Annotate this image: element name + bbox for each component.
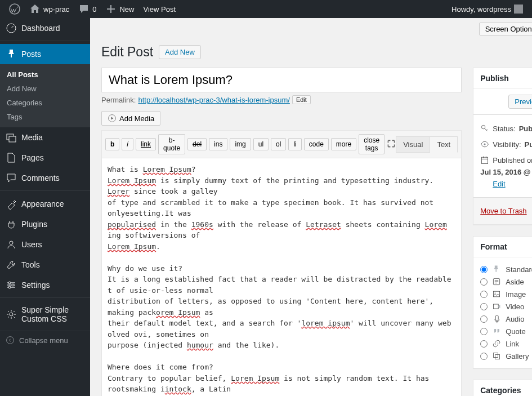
post-editor: b i link b-quote del ins img ul ol li co… xyxy=(101,130,462,396)
site-name-link[interactable]: wp-prac xyxy=(25,0,74,18)
tab-visual[interactable]: Visual xyxy=(396,136,430,153)
format-radio[interactable] xyxy=(480,303,488,310)
post-title-input[interactable] xyxy=(101,68,462,92)
menu-pages[interactable]: Pages xyxy=(0,148,90,168)
format-option-audio[interactable]: Audio xyxy=(480,313,532,325)
svg-point-15 xyxy=(484,143,486,145)
edit-date-link[interactable]: Edit xyxy=(493,180,532,188)
submenu-categories[interactable]: Categories xyxy=(0,96,90,110)
svg-point-4 xyxy=(10,241,13,244)
pin-icon xyxy=(6,48,17,60)
permalink-link[interactable]: http://localhost/wp-prac-3/what-is-lorem… xyxy=(138,96,290,104)
svg-rect-18 xyxy=(494,291,500,297)
svg-point-9 xyxy=(12,284,14,286)
wordpress-icon xyxy=(9,3,20,15)
format-radio[interactable] xyxy=(480,328,488,335)
format-option-standard[interactable]: Standard xyxy=(480,263,532,275)
categories-box: Categories ▲ All Categories Most Used Un… xyxy=(473,380,532,396)
avatar xyxy=(514,5,523,14)
menu-appearance[interactable]: Appearance xyxy=(0,194,90,214)
submenu-all-posts[interactable]: All Posts xyxy=(0,68,90,82)
menu-comments[interactable]: Comments xyxy=(0,168,90,188)
menu-settings[interactable]: Settings xyxy=(0,275,90,295)
qt-ol[interactable]: ol xyxy=(271,138,286,150)
format-radio[interactable] xyxy=(480,315,488,323)
add-new-button[interactable]: Add New xyxy=(159,45,201,59)
format-option-video[interactable]: Video xyxy=(480,300,532,313)
menu-users[interactable]: Users xyxy=(0,234,90,255)
menu-custom-css[interactable]: Super Simple Custom CSS xyxy=(0,301,90,328)
svg-rect-22 xyxy=(495,355,500,359)
menu-dashboard[interactable]: Dashboard xyxy=(0,18,90,38)
link-icon xyxy=(492,339,501,348)
qt-italic[interactable]: i xyxy=(122,138,133,150)
key-icon xyxy=(480,124,489,133)
publish-box: Publish ▲ Preview Changes Status: Publis… xyxy=(473,68,532,225)
svg-point-8 xyxy=(8,282,11,284)
format-radio[interactable] xyxy=(480,340,488,348)
published-value: Jul 15, 2016 @ 14:37 xyxy=(480,168,532,176)
status-value: Published xyxy=(519,124,532,133)
qt-ul[interactable]: ul xyxy=(253,138,269,150)
format-radio[interactable] xyxy=(480,291,488,298)
my-account-link[interactable]: Howdy, wordpress xyxy=(447,0,527,18)
format-radio[interactable] xyxy=(480,278,488,286)
visibility-value: Public xyxy=(525,140,532,149)
appearance-icon xyxy=(6,198,17,210)
qt-img[interactable]: img xyxy=(230,138,251,150)
trash-link[interactable]: Move to Trash xyxy=(480,207,526,215)
menu-posts[interactable]: Posts xyxy=(0,44,90,64)
comments-count: 0 xyxy=(92,5,96,14)
audio-icon xyxy=(492,314,501,323)
menu-media[interactable]: Media xyxy=(0,127,90,148)
published-label: Published on: xyxy=(493,156,532,164)
post-content-textarea[interactable]: What is Lorem Ipsum?Lorem Ipsum is simpl… xyxy=(102,158,461,396)
qt-bold[interactable]: b xyxy=(105,138,119,150)
new-content-link[interactable]: New xyxy=(101,0,138,18)
format-title: Format xyxy=(480,242,507,251)
qt-code[interactable]: code xyxy=(304,138,329,150)
aside-icon xyxy=(492,277,501,286)
collapse-menu[interactable]: Collapse menu xyxy=(0,331,90,349)
add-media-button[interactable]: Add Media xyxy=(101,111,160,126)
comments-link[interactable]: 0 xyxy=(74,0,101,18)
format-label: Aside xyxy=(506,278,524,286)
qt-more[interactable]: more xyxy=(331,138,356,150)
fullscreen-icon xyxy=(387,139,396,148)
qt-li[interactable]: li xyxy=(288,138,301,150)
qt-del[interactable]: del xyxy=(187,138,207,150)
format-radio[interactable] xyxy=(480,353,488,360)
qt-blockquote[interactable]: b-quote xyxy=(158,134,185,154)
svg-rect-3 xyxy=(9,136,16,142)
submenu-add-new[interactable]: Add New xyxy=(0,82,90,96)
tab-text[interactable]: Text xyxy=(430,136,458,153)
site-name: wp-prac xyxy=(43,5,69,14)
format-option-quote[interactable]: Quote xyxy=(480,325,532,337)
format-option-image[interactable]: Image xyxy=(480,288,532,300)
format-radio[interactable] xyxy=(480,266,488,273)
format-box: Format ▲ Standard Aside Image Video Audi… xyxy=(473,236,532,368)
image-icon xyxy=(492,290,501,299)
format-option-gallery[interactable]: Gallery xyxy=(480,350,532,362)
format-label: Audio xyxy=(506,315,524,323)
format-label: Quote xyxy=(506,327,525,336)
fullscreen-button[interactable] xyxy=(387,139,396,150)
submenu-tags[interactable]: Tags xyxy=(0,110,90,124)
qt-close-tags[interactable]: close tags xyxy=(359,134,385,154)
view-post-link[interactable]: View Post xyxy=(139,0,181,18)
menu-plugins[interactable]: Plugins xyxy=(0,214,90,234)
wp-logo[interactable] xyxy=(5,0,25,18)
gear-icon xyxy=(6,309,17,320)
qt-link[interactable]: link xyxy=(136,138,156,150)
qt-ins[interactable]: ins xyxy=(209,138,227,150)
svg-rect-16 xyxy=(482,157,488,163)
format-option-link[interactable]: Link xyxy=(480,337,532,350)
menu-tools[interactable]: Tools xyxy=(0,255,90,275)
admin-sidebar: Dashboard Posts All Posts Add New Catego… xyxy=(0,18,90,396)
permalink-label: Permalink: xyxy=(101,96,136,104)
edit-permalink-button[interactable]: Edit xyxy=(292,95,311,104)
preview-button[interactable]: Preview Changes xyxy=(508,95,532,109)
screen-options-button[interactable]: Screen Options ▾ xyxy=(479,23,532,35)
format-option-aside[interactable]: Aside xyxy=(480,275,532,288)
gallery-icon xyxy=(492,351,501,361)
